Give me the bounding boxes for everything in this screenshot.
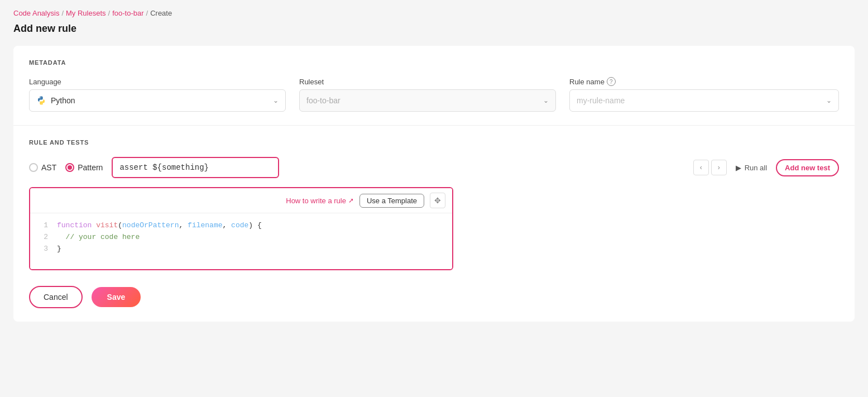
rule-tests-section-label: RULE AND TESTS: [29, 139, 839, 146]
python-icon: [36, 95, 46, 106]
language-label: Language: [29, 78, 286, 86]
ruleset-field: Ruleset foo-to-bar ⌄: [299, 78, 556, 112]
language-value: Python: [51, 96, 75, 105]
use-template-button[interactable]: Use a Template: [359, 194, 424, 208]
code-line-2: 2 // your code here: [39, 232, 443, 243]
language-select[interactable]: Python ⌄: [29, 89, 286, 112]
breadcrumb-sep-2: /: [108, 9, 111, 17]
expand-icon: ✥: [434, 196, 441, 205]
run-all-button[interactable]: ▶ Run all: [736, 164, 767, 172]
line-num-3: 3: [39, 243, 48, 255]
breadcrumb-my-rulesets[interactable]: My Rulesets: [66, 9, 106, 17]
run-all-icon: ▶: [736, 164, 741, 172]
rule-type-row: AST Pattern assert ${something} ‹ ›: [29, 157, 839, 178]
breadcrumb-foo-to-bar[interactable]: foo-to-bar: [112, 9, 143, 17]
rule-name-label: Rule name ?: [569, 77, 839, 86]
nav-arrows: ‹ ›: [693, 160, 727, 175]
save-button[interactable]: Save: [92, 287, 141, 307]
breadcrumb-create: Create: [150, 9, 172, 17]
pattern-radio-label: Pattern: [78, 163, 103, 172]
breadcrumb-code-analysis[interactable]: Code Analysis: [13, 9, 59, 17]
language-chevron-icon: ⌄: [273, 97, 279, 104]
code-line-1-content: function visit(nodeOrPattern, filename, …: [57, 220, 262, 232]
code-line-1: 1 function visit(nodeOrPattern, filename…: [39, 220, 443, 232]
rule-tests-section: RULE AND TESTS AST Pattern assert ${some…: [29, 139, 839, 270]
ast-radio-circle: [29, 163, 38, 172]
breadcrumb: Code Analysis / My Rulesets / foo-to-bar…: [13, 9, 855, 17]
nav-prev-button[interactable]: ‹: [693, 160, 709, 175]
run-all-label: Run all: [745, 164, 767, 172]
ruleset-value: foo-to-bar: [306, 96, 341, 105]
breadcrumb-sep-3: /: [146, 9, 148, 17]
language-field: Language Python ⌄: [29, 78, 286, 112]
pattern-value: assert ${something}: [119, 163, 209, 172]
code-line-3-content: }: [57, 243, 61, 255]
breadcrumb-sep-1: /: [61, 9, 64, 17]
metadata-section-label: METADATA: [29, 59, 839, 66]
pattern-input[interactable]: assert ${something}: [112, 157, 279, 178]
main-card: METADATA Language Python ⌄: [13, 46, 855, 322]
ast-radio-label: AST: [41, 163, 56, 172]
how-to-label: How to write a rule: [286, 197, 346, 205]
page-wrapper: Code Analysis / My Rulesets / foo-to-bar…: [0, 0, 868, 331]
ruleset-chevron-icon: ⌄: [543, 97, 549, 104]
code-editor-container: How to write a rule ➚ Use a Template ✥ 1: [29, 187, 453, 270]
expand-button[interactable]: ✥: [430, 193, 445, 208]
divider: [13, 125, 855, 126]
rule-name-placeholder: my-rule-name: [577, 96, 625, 105]
metadata-row: Language Python ⌄ Ruleset: [29, 77, 839, 112]
external-link-icon: ➚: [348, 197, 354, 204]
ruleset-select[interactable]: foo-to-bar ⌄: [299, 89, 556, 112]
code-line-3: 3 }: [39, 243, 443, 255]
pattern-radio-option[interactable]: Pattern: [65, 163, 103, 172]
rule-name-input[interactable]: my-rule-name ⌄: [569, 89, 839, 112]
cancel-button[interactable]: Cancel: [29, 286, 83, 308]
rule-name-chevron-icon: ⌄: [826, 97, 832, 104]
ruleset-label: Ruleset: [299, 78, 556, 86]
button-row: Cancel Save: [29, 286, 839, 308]
ast-radio-option[interactable]: AST: [29, 163, 56, 172]
line-num-1: 1: [39, 220, 48, 232]
language-select-value: Python: [36, 95, 75, 106]
line-num-2: 2: [39, 232, 48, 243]
pattern-radio-circle: [65, 163, 74, 172]
nav-next-button[interactable]: ›: [711, 160, 727, 175]
code-editor-toolbar: How to write a rule ➚ Use a Template ✥: [30, 188, 452, 213]
how-to-link[interactable]: How to write a rule ➚: [286, 197, 354, 205]
add-test-button[interactable]: Add new test: [776, 159, 839, 176]
rule-name-info-icon[interactable]: ?: [607, 77, 616, 86]
rule-name-field: Rule name ? my-rule-name ⌄: [569, 77, 839, 112]
code-line-2-content: // your code here: [57, 232, 140, 243]
code-area[interactable]: 1 function visit(nodeOrPattern, filename…: [30, 213, 452, 269]
page-title: Add new rule: [13, 23, 855, 35]
